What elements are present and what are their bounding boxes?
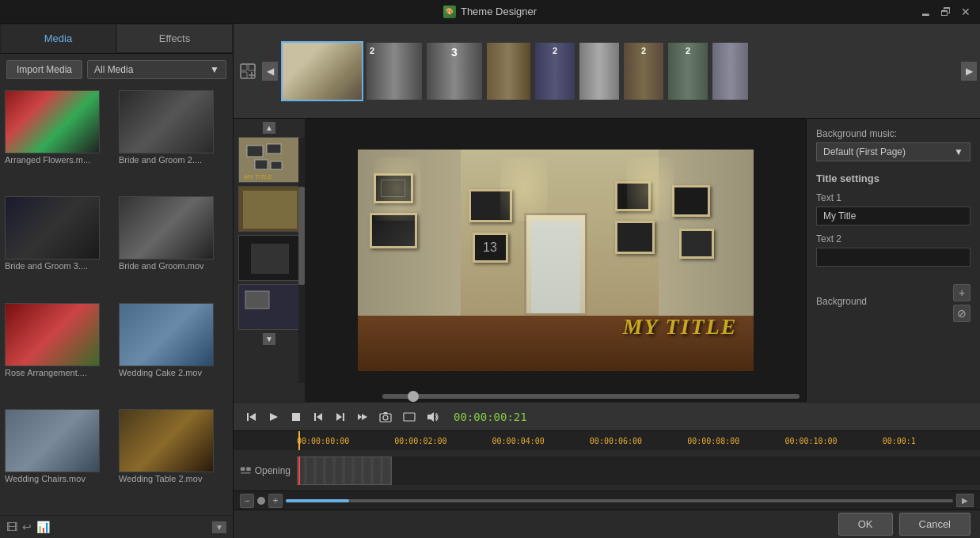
track-icon (240, 464, 252, 477)
slide-preview-icon (239, 236, 300, 281)
filmstrip-item[interactable]: 2 (667, 41, 709, 101)
svg-rect-7 (247, 146, 263, 157)
timeline-content: Opening (234, 450, 980, 491)
list-item[interactable]: Arranged Flowers.m... (5, 90, 114, 191)
list-item[interactable]: Bride and Groom 3.... (5, 196, 114, 297)
svg-rect-17 (245, 291, 269, 309)
filmstrip-prev-button[interactable]: ◀ (262, 62, 278, 81)
filmstrip-item[interactable]: 2 (622, 41, 665, 101)
slide-scroll-down-button[interactable]: ▼ (263, 333, 275, 345)
filmstrip-next-button[interactable]: ▶ (961, 62, 977, 81)
media-bottom-bar: 🎞 ↩ 📊 ▼ (0, 515, 233, 538)
svg-rect-1 (241, 64, 247, 70)
close-button[interactable]: ✕ (958, 6, 974, 18)
filmstrip-item[interactable] (578, 41, 621, 101)
filmstrip-item[interactable] (281, 41, 363, 101)
tab-effects[interactable]: Effects (116, 24, 233, 53)
zoom-out-button[interactable]: − (240, 494, 254, 508)
film-thumbnail: 2 (535, 43, 575, 100)
media-thumbnail (119, 303, 214, 366)
svg-rect-33 (241, 467, 245, 471)
ok-button[interactable]: OK (838, 513, 893, 536)
filmstrip-icon[interactable]: 🎞 (6, 521, 17, 533)
restore-button[interactable]: 🗗 (937, 6, 955, 18)
preview-scrubber[interactable] (382, 394, 800, 399)
bg-music-dropdown[interactable]: Default (First Page) ▼ (816, 142, 971, 161)
bg-add-button[interactable]: + (953, 284, 971, 301)
track-content[interactable] (297, 457, 980, 485)
screenshot-button[interactable] (376, 410, 395, 424)
svg-rect-2 (249, 64, 255, 70)
slide-number: 2 (553, 46, 557, 55)
slide-scroll-up-button[interactable]: ▲ (263, 122, 275, 134)
list-item[interactable]: Rose Arrangement.... (5, 303, 114, 404)
play-button[interactable] (265, 410, 283, 424)
scrollbar-thumb (298, 187, 305, 285)
bg-delete-button[interactable]: ⊘ (953, 305, 971, 322)
play-icon (268, 411, 279, 422)
zoom-thumb[interactable] (257, 497, 265, 505)
picture-frame (469, 189, 512, 222)
undo-icon[interactable]: ↩ (22, 521, 32, 533)
filmstrip-item[interactable] (485, 41, 532, 101)
media-label: Bride and Groom.mov (119, 261, 214, 271)
prev-frame-button[interactable] (310, 410, 327, 424)
aspect-ratio-button[interactable] (400, 411, 419, 423)
scroll-down-button[interactable]: ▼ (212, 521, 226, 533)
filmstrip-item[interactable]: 3 (425, 41, 484, 101)
window-controls: 🗕 🗗 ✕ (917, 6, 974, 18)
minimize-button[interactable]: 🗕 (917, 6, 934, 18)
svg-rect-8 (267, 144, 281, 153)
svg-rect-34 (246, 467, 250, 471)
controls-bar: 00:00:00:21 (234, 402, 980, 430)
ruler-mark: 00:00:1 (883, 437, 980, 445)
graph-icon[interactable]: 📊 (36, 521, 50, 533)
zoom-in-button[interactable]: + (268, 494, 283, 508)
svg-rect-21 (292, 413, 300, 421)
picture-frame (615, 181, 651, 211)
slide-thumbnail[interactable] (238, 186, 300, 232)
window-title-area: 🎨 Theme Designer (443, 6, 537, 18)
add-slide-button[interactable] (237, 24, 259, 118)
list-item[interactable]: Wedding Chairs.mov (5, 409, 114, 510)
cancel-button[interactable]: Cancel (899, 513, 971, 536)
filmstrip-item[interactable]: 2 (534, 41, 576, 101)
media-thumbnail (5, 90, 100, 153)
left-panel: Media Effects Import Media All Media ▼ A… (0, 24, 234, 538)
slide-thumbnail[interactable]: MY TITLE (238, 137, 300, 183)
tab-media[interactable]: Media (0, 24, 116, 53)
media-thumbnail (119, 409, 214, 472)
track-clip[interactable] (297, 457, 392, 485)
text2-input[interactable] (816, 248, 971, 267)
list-item[interactable]: Bride and Groom 2.... (119, 90, 228, 191)
zoom-bar (286, 499, 349, 502)
svg-rect-9 (255, 160, 268, 169)
list-item[interactable]: Bride and Groom.mov (119, 196, 228, 297)
volume-button[interactable] (424, 410, 443, 424)
import-media-button[interactable]: Import Media (6, 60, 82, 79)
filmstrip-bar: ◀ 2 3 (234, 24, 980, 119)
svg-marker-25 (336, 413, 342, 421)
next-frame-button[interactable] (332, 410, 349, 424)
filmstrip-item[interactable]: 2 (365, 41, 424, 101)
picture-frame (672, 185, 710, 217)
slide-preview-icon (239, 285, 300, 330)
stop-button[interactable] (287, 410, 305, 424)
go-start-button[interactable] (243, 410, 260, 424)
svg-marker-30 (383, 412, 388, 414)
list-item[interactable]: Wedding Cake 2.mov (119, 303, 228, 404)
svg-rect-3 (241, 72, 247, 78)
zoom-slider[interactable] (286, 499, 953, 502)
list-item[interactable]: Wedding Table 2.mov (119, 409, 228, 510)
slide-thumbnail[interactable] (238, 235, 300, 281)
fast-forward-button[interactable] (354, 410, 371, 424)
filmstrip-item[interactable] (711, 41, 750, 101)
timeline-bottom: − + ▶ (234, 491, 980, 510)
text1-input[interactable] (816, 206, 971, 225)
slide-thumbnail[interactable] (238, 284, 300, 330)
media-thumbnail (119, 196, 214, 260)
media-filter-dropdown[interactable]: All Media ▼ (87, 60, 226, 79)
slide-scrollbar[interactable] (298, 138, 305, 383)
media-label: Bride and Groom 3.... (5, 261, 100, 271)
scroll-right-button[interactable]: ▶ (956, 494, 974, 507)
